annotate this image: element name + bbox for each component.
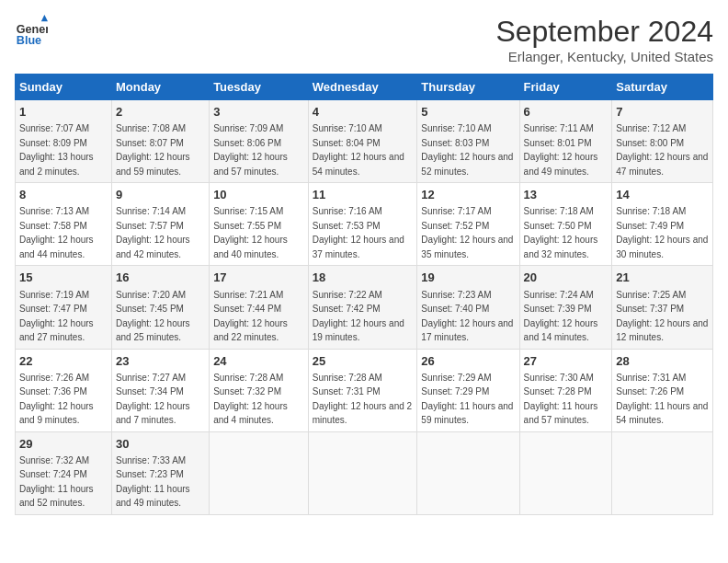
day-number: 16 (116, 270, 205, 286)
calendar-cell: 21 Sunrise: 7:25 AMSunset: 7:37 PMDaylig… (612, 266, 713, 349)
calendar-cell: 7 Sunrise: 7:12 AMSunset: 8:00 PMDayligh… (612, 100, 713, 183)
day-number: 10 (213, 187, 304, 203)
calendar-cell: 2 Sunrise: 7:08 AMSunset: 8:07 PMDayligh… (111, 100, 209, 183)
main-title: September 2024 (495, 15, 713, 49)
calendar-cell: 20 Sunrise: 7:24 AMSunset: 7:39 PMDaylig… (519, 266, 612, 349)
day-number: 20 (524, 270, 609, 286)
day-number: 12 (421, 187, 515, 203)
calendar-cell: 15 Sunrise: 7:19 AMSunset: 7:47 PMDaylig… (16, 266, 112, 349)
day-info: Sunrise: 7:21 AMSunset: 7:44 PMDaylight:… (213, 290, 288, 343)
day-info: Sunrise: 7:32 AMSunset: 7:24 PMDaylight:… (19, 455, 94, 509)
day-number: 4 (313, 104, 414, 121)
day-number: 9 (116, 187, 205, 203)
day-info: Sunrise: 7:26 AMSunset: 7:36 PMDaylight:… (19, 373, 94, 426)
day-info: Sunrise: 7:19 AMSunset: 7:47 PMDaylight:… (19, 290, 94, 343)
day-number: 1 (19, 104, 108, 121)
calendar-cell: 6 Sunrise: 7:11 AMSunset: 8:01 PMDayligh… (519, 100, 612, 183)
day-info: Sunrise: 7:30 AMSunset: 7:28 PMDaylight:… (524, 373, 598, 426)
day-number: 23 (116, 353, 205, 370)
day-info: Sunrise: 7:16 AMSunset: 7:53 PMDaylight:… (313, 206, 404, 259)
day-info: Sunrise: 7:18 AMSunset: 7:49 PMDaylight:… (616, 206, 708, 259)
calendar-cell: 29 Sunrise: 7:32 AMSunset: 7:24 PMDaylig… (16, 431, 112, 514)
title-area: September 2024 Erlanger, Kentucky, Unite… (495, 15, 713, 64)
calendar-week-row: 22 Sunrise: 7:26 AMSunset: 7:36 PMDaylig… (16, 349, 713, 431)
day-info: Sunrise: 7:08 AMSunset: 8:07 PMDaylight:… (116, 123, 190, 177)
weekday-header-wednesday: Wednesday (308, 75, 417, 100)
day-number: 17 (213, 270, 304, 286)
day-info: Sunrise: 7:18 AMSunset: 7:50 PMDaylight:… (524, 206, 598, 259)
day-info: Sunrise: 7:29 AMSunset: 7:29 PMDaylight:… (421, 373, 513, 426)
day-number: 19 (421, 270, 515, 286)
calendar-cell: 22 Sunrise: 7:26 AMSunset: 7:36 PMDaylig… (16, 349, 112, 431)
day-number: 18 (313, 270, 414, 286)
day-number: 24 (213, 353, 304, 370)
day-info: Sunrise: 7:13 AMSunset: 7:58 PMDaylight:… (19, 206, 94, 259)
day-info: Sunrise: 7:23 AMSunset: 7:40 PMDaylight:… (421, 290, 513, 343)
logo-icon: General Blue (15, 15, 48, 48)
calendar-week-row: 8 Sunrise: 7:13 AMSunset: 7:58 PMDayligh… (16, 183, 713, 266)
svg-text:Blue: Blue (17, 34, 41, 47)
day-number: 21 (616, 270, 709, 286)
day-number: 25 (313, 353, 414, 370)
calendar-cell: 18 Sunrise: 7:22 AMSunset: 7:42 PMDaylig… (308, 266, 417, 349)
weekday-header-friday: Friday (519, 75, 612, 100)
calendar-table: SundayMondayTuesdayWednesdayThursdayFrid… (15, 74, 713, 515)
calendar-cell: 30 Sunrise: 7:33 AMSunset: 7:23 PMDaylig… (111, 431, 209, 514)
day-number: 13 (524, 187, 609, 203)
calendar-cell: 3 Sunrise: 7:09 AMSunset: 8:06 PMDayligh… (210, 100, 309, 183)
day-info: Sunrise: 7:07 AMSunset: 8:09 PMDaylight:… (19, 123, 94, 177)
calendar-cell: 25 Sunrise: 7:28 AMSunset: 7:31 PMDaylig… (308, 349, 417, 431)
calendar-cell: 17 Sunrise: 7:21 AMSunset: 7:44 PMDaylig… (210, 266, 309, 349)
day-info: Sunrise: 7:12 AMSunset: 8:00 PMDaylight:… (616, 123, 708, 177)
day-number: 5 (421, 104, 515, 121)
day-info: Sunrise: 7:09 AMSunset: 8:06 PMDaylight:… (213, 123, 288, 177)
calendar-cell (308, 431, 417, 514)
day-info: Sunrise: 7:15 AMSunset: 7:55 PMDaylight:… (213, 206, 288, 259)
calendar-cell: 28 Sunrise: 7:31 AMSunset: 7:26 PMDaylig… (612, 349, 713, 431)
calendar-cell: 8 Sunrise: 7:13 AMSunset: 7:58 PMDayligh… (16, 183, 112, 266)
calendar-cell: 11 Sunrise: 7:16 AMSunset: 7:53 PMDaylig… (308, 183, 417, 266)
calendar-cell (417, 431, 519, 514)
page-header: General Blue September 2024 Erlanger, Ke… (15, 15, 713, 64)
calendar-cell (612, 431, 713, 514)
day-number: 22 (19, 353, 108, 370)
day-info: Sunrise: 7:25 AMSunset: 7:37 PMDaylight:… (616, 290, 708, 343)
calendar-cell: 24 Sunrise: 7:28 AMSunset: 7:32 PMDaylig… (210, 349, 309, 431)
calendar-week-row: 15 Sunrise: 7:19 AMSunset: 7:47 PMDaylig… (16, 266, 713, 349)
calendar-cell: 4 Sunrise: 7:10 AMSunset: 8:04 PMDayligh… (308, 100, 417, 183)
logo: General Blue (15, 15, 48, 48)
day-number: 6 (524, 104, 609, 121)
calendar-cell (519, 431, 612, 514)
day-number: 15 (19, 270, 108, 286)
weekday-header-sunday: Sunday (16, 75, 112, 100)
day-info: Sunrise: 7:10 AMSunset: 8:03 PMDaylight:… (421, 123, 513, 177)
day-number: 29 (19, 436, 108, 453)
day-info: Sunrise: 7:33 AMSunset: 7:23 PMDaylight:… (116, 455, 190, 509)
day-number: 28 (616, 353, 709, 370)
calendar-cell: 26 Sunrise: 7:29 AMSunset: 7:29 PMDaylig… (417, 349, 519, 431)
day-info: Sunrise: 7:10 AMSunset: 8:04 PMDaylight:… (313, 123, 404, 177)
weekday-header-tuesday: Tuesday (210, 75, 309, 100)
calendar-cell: 27 Sunrise: 7:30 AMSunset: 7:28 PMDaylig… (519, 349, 612, 431)
calendar-cell: 16 Sunrise: 7:20 AMSunset: 7:45 PMDaylig… (111, 266, 209, 349)
day-number: 7 (616, 104, 709, 121)
subtitle: Erlanger, Kentucky, United States (495, 49, 713, 64)
weekday-header-saturday: Saturday (612, 75, 713, 100)
day-info: Sunrise: 7:31 AMSunset: 7:26 PMDaylight:… (616, 373, 708, 426)
calendar-cell: 14 Sunrise: 7:18 AMSunset: 7:49 PMDaylig… (612, 183, 713, 266)
day-number: 11 (313, 187, 414, 203)
calendar-cell: 12 Sunrise: 7:17 AMSunset: 7:52 PMDaylig… (417, 183, 519, 266)
day-number: 3 (213, 104, 304, 121)
day-number: 26 (421, 353, 515, 370)
calendar-cell: 1 Sunrise: 7:07 AMSunset: 8:09 PMDayligh… (16, 100, 112, 183)
weekday-header-row: SundayMondayTuesdayWednesdayThursdayFrid… (16, 75, 713, 100)
day-info: Sunrise: 7:14 AMSunset: 7:57 PMDaylight:… (116, 206, 190, 259)
calendar-week-row: 1 Sunrise: 7:07 AMSunset: 8:09 PMDayligh… (16, 100, 713, 183)
day-info: Sunrise: 7:27 AMSunset: 7:34 PMDaylight:… (116, 373, 190, 426)
day-number: 30 (116, 436, 205, 453)
weekday-header-monday: Monday (111, 75, 209, 100)
calendar-cell: 13 Sunrise: 7:18 AMSunset: 7:50 PMDaylig… (519, 183, 612, 266)
day-number: 14 (616, 187, 709, 203)
calendar-cell: 19 Sunrise: 7:23 AMSunset: 7:40 PMDaylig… (417, 266, 519, 349)
calendar-cell: 10 Sunrise: 7:15 AMSunset: 7:55 PMDaylig… (210, 183, 309, 266)
